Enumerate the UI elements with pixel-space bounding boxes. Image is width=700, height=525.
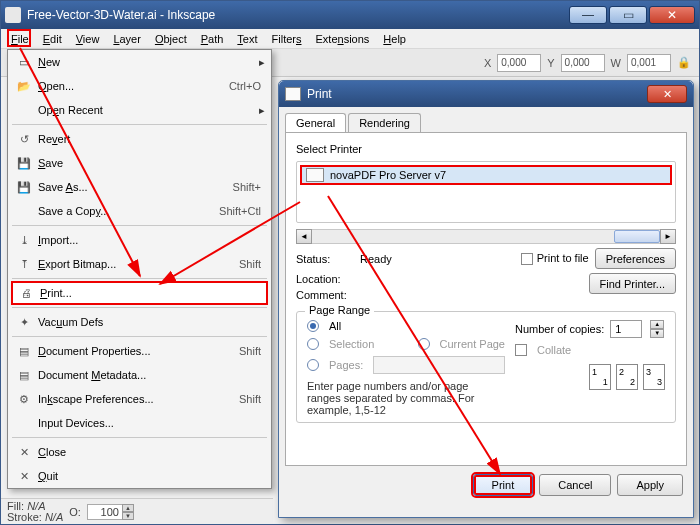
opacity-value: 100 [101, 506, 119, 518]
copies-label: Number of copies: [515, 323, 604, 335]
print-icon: 🖨 [16, 287, 36, 299]
export-icon: ⤒ [14, 258, 34, 271]
print-button[interactable]: Print [473, 474, 534, 496]
menu-item-input-devices[interactable]: Input Devices... [8, 411, 271, 435]
menu-item-doc-props[interactable]: ▤Document Properties...Shift [8, 339, 271, 363]
document-icon: ▤ [14, 345, 34, 358]
new-icon: ▭ [14, 56, 34, 69]
menu-filters[interactable]: Filters [266, 31, 308, 47]
menu-text[interactable]: Text [231, 31, 263, 47]
statusbar: Fill: N/A Stroke: N/A O: 100▲▼ [1, 498, 273, 524]
lock-icon[interactable]: 🔒 [677, 56, 691, 69]
menu-item-inkscape-prefs[interactable]: ⚙Inkscape Preferences...Shift [8, 387, 271, 411]
app-icon [5, 7, 21, 23]
printer-icon [285, 87, 301, 101]
preferences-button[interactable]: Preferences [595, 248, 676, 269]
select-printer-label: Select Printer [296, 143, 676, 155]
menu-item-print[interactable]: 🖨Print... [11, 281, 268, 305]
open-icon: 📂 [14, 80, 34, 93]
tab-general[interactable]: General [285, 113, 346, 132]
maximize-button[interactable]: ▭ [609, 6, 647, 24]
y-input[interactable]: 0,000 [561, 54, 605, 72]
close-button[interactable]: ✕ [649, 6, 695, 24]
page-range-group: Page Range All SelectionCurrent Page Pag… [296, 311, 676, 423]
printer-list[interactable]: novaPDF Pro Server v7 [296, 161, 676, 223]
tab-rendering[interactable]: Rendering [348, 113, 421, 132]
pages-input [373, 356, 505, 374]
menu-help[interactable]: Help [377, 31, 412, 47]
apply-button[interactable]: Apply [617, 474, 683, 496]
print-tabs: General Rendering [279, 107, 693, 132]
w-input[interactable]: 0,001 [627, 54, 671, 72]
metadata-icon: ▤ [14, 369, 34, 382]
minimize-button[interactable]: — [569, 6, 607, 24]
stroke-label: Stroke: [7, 511, 42, 523]
broom-icon: ✦ [14, 316, 34, 329]
scroll-left-button[interactable]: ◄ [296, 229, 312, 244]
menu-extensions[interactable]: Extensions [310, 31, 376, 47]
menu-item-import[interactable]: ⤓Import... [8, 228, 271, 252]
print-tab-body: Select Printer novaPDF Pro Server v7 ◄ ►… [285, 132, 687, 466]
menu-view[interactable]: View [70, 31, 106, 47]
radio-all[interactable]: All [307, 320, 505, 332]
menu-item-doc-meta[interactable]: ▤Document Metadata... [8, 363, 271, 387]
menu-path[interactable]: Path [195, 31, 230, 47]
menu-edit[interactable]: Edit [37, 31, 68, 47]
radio-selection [307, 338, 319, 350]
menu-item-save[interactable]: 💾Save [8, 151, 271, 175]
window-title: Free-Vector-3D-Water.ai - Inkscape [27, 8, 569, 22]
close-icon: ✕ [14, 446, 34, 459]
menu-item-vacuum[interactable]: ✦Vacuum Defs [8, 310, 271, 334]
copies-spinner[interactable]: ▲▼ [650, 320, 664, 338]
menu-item-revert[interactable]: ↺Revert [8, 127, 271, 151]
page-range-legend: Page Range [305, 304, 374, 316]
revert-icon: ↺ [14, 133, 34, 146]
file-menu-dropdown: ▭New▸ 📂Open...Ctrl+O Open Recent▸ ↺Rever… [7, 49, 272, 489]
menu-item-quit[interactable]: ✕Quit [8, 464, 271, 488]
scroll-right-button[interactable]: ► [660, 229, 676, 244]
print-to-file-checkbox[interactable]: Print to file [521, 252, 589, 265]
menu-file[interactable]: File [5, 31, 35, 47]
printer-list-scrollbar[interactable]: ◄ ► [296, 229, 676, 244]
import-icon: ⤓ [14, 234, 34, 247]
menu-item-save-as[interactable]: 💾Save As...Shift+ [8, 175, 271, 199]
menubar: File Edit View Layer Object Path Text Fi… [1, 29, 699, 49]
opacity-label: O: [69, 506, 81, 518]
comment-label: Comment: [296, 289, 360, 301]
y-label: Y [547, 57, 554, 69]
menu-item-open[interactable]: 📂Open...Ctrl+O [8, 74, 271, 98]
cancel-button[interactable]: Cancel [539, 474, 611, 496]
menu-item-save-copy[interactable]: Save a Copy...Shift+Ctl [8, 199, 271, 223]
menu-item-open-recent[interactable]: Open Recent▸ [8, 98, 271, 122]
titlebar: Free-Vector-3D-Water.ai - Inkscape — ▭ ✕ [1, 1, 699, 29]
scroll-track[interactable] [312, 229, 660, 244]
dialog-close-button[interactable]: ✕ [647, 85, 687, 103]
x-input[interactable]: 0,000 [497, 54, 541, 72]
printer-item-icon [306, 168, 324, 182]
stroke-value: N/A [45, 511, 63, 523]
location-label: Location: [296, 273, 360, 285]
w-label: W [611, 57, 621, 69]
status-label: Status: [296, 253, 360, 265]
dialog-footer: Print Cancel Apply [279, 466, 693, 504]
opacity-spin[interactable]: 100▲▼ [87, 504, 123, 520]
print-dialog-titlebar: Print ✕ [279, 81, 693, 107]
find-printer-button[interactable]: Find Printer... [589, 273, 676, 294]
copies-input[interactable]: 1 [610, 320, 642, 338]
radio-pages [307, 359, 319, 371]
menu-item-new[interactable]: ▭New▸ [8, 50, 271, 74]
page-range-hint: Enter page numbers and/or page ranges se… [307, 380, 505, 416]
scroll-thumb[interactable] [614, 230, 660, 243]
menu-object[interactable]: Object [149, 31, 193, 47]
menu-layer[interactable]: Layer [107, 31, 147, 47]
print-to-file-label: Print to file [537, 252, 589, 264]
quit-icon: ✕ [14, 470, 34, 483]
printer-item-selected[interactable]: novaPDF Pro Server v7 [300, 165, 672, 185]
collate-checkbox [515, 344, 527, 356]
menu-item-close[interactable]: ✕Close [8, 440, 271, 464]
menu-item-export[interactable]: ⤒Export Bitmap...Shift [8, 252, 271, 276]
save-as-icon: 💾 [14, 181, 34, 194]
radio-current [418, 338, 430, 350]
collate-icons: 11 22 33 [515, 364, 665, 392]
status-value: Ready [360, 253, 521, 265]
